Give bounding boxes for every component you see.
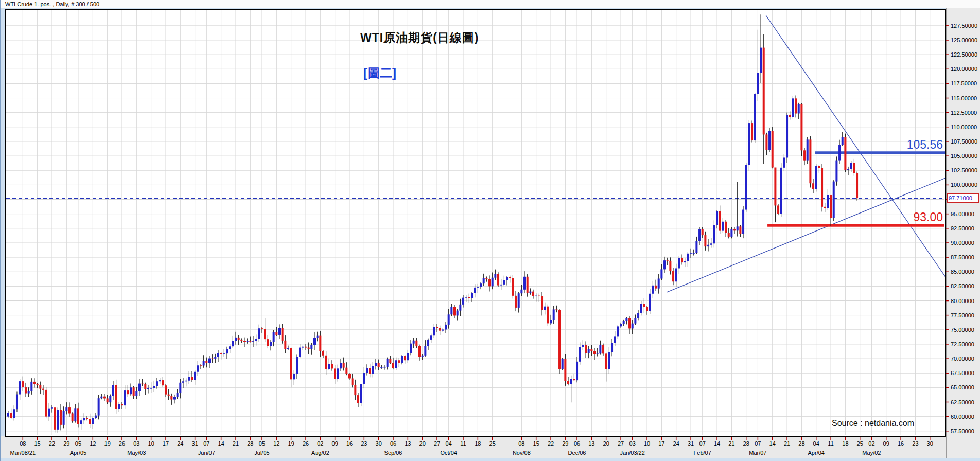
candle-up (474, 288, 476, 293)
candle-down (334, 368, 336, 379)
candle-up (471, 293, 473, 298)
candle-up (710, 243, 712, 244)
candle-up (660, 269, 662, 278)
candle-up (693, 253, 695, 254)
x-axis-week-label: 20 (603, 440, 609, 447)
x-axis-month-label: Apr/04 (808, 450, 825, 456)
candle-down (512, 278, 514, 296)
candle-down (249, 341, 251, 342)
candle-up (450, 307, 452, 315)
x-axis-week-label: 08 (20, 440, 26, 447)
candle-up (492, 278, 494, 287)
y-axis-price-label: 72.50000 (951, 341, 974, 347)
x-axis-week-label: 24 (673, 440, 679, 447)
trendline-ascending-support (667, 178, 946, 292)
candle-up (620, 324, 622, 327)
candle-up (360, 384, 362, 403)
candle-down (267, 339, 269, 346)
candle-up (550, 320, 552, 323)
y-axis-price-label: 117.50000 (951, 80, 977, 86)
x-axis-month-label: Sep/06 (384, 450, 402, 456)
candle-up (835, 161, 837, 182)
x-axis-week-label: 02 (868, 440, 874, 447)
candle-up (786, 115, 788, 158)
y-axis-price-label: 67.50000 (951, 370, 974, 376)
x-axis-month-label: Nov/08 (513, 450, 531, 456)
candle-up (299, 348, 301, 357)
candle-up (293, 374, 295, 379)
candle-up (95, 416, 97, 418)
candle-up (707, 245, 709, 246)
y-axis-price-label: 65.00000 (951, 384, 974, 391)
x-axis-week-label: 21 (728, 440, 734, 447)
candle-down (772, 131, 774, 167)
candle-up (807, 139, 809, 160)
x-axis-week-label: 28 (743, 440, 749, 447)
candle-up (173, 397, 176, 400)
candle-up (713, 225, 715, 243)
candle-down (681, 258, 683, 262)
candle-down (10, 413, 12, 418)
x-axis-week-label: 17 (163, 440, 169, 447)
y-axis-price-label: 125.00000 (951, 37, 977, 43)
candle-down (261, 328, 263, 329)
candle-up (366, 368, 368, 373)
y-axis-price-label: 110.00000 (951, 124, 977, 130)
x-axis-month-label: May/03 (127, 450, 146, 456)
candle-down (343, 363, 345, 368)
candle-up (147, 388, 149, 389)
candle-up (109, 396, 111, 402)
candle-up (424, 346, 426, 356)
candle-down (369, 368, 371, 374)
x-axis-week-label: 29 (562, 440, 568, 447)
candle-down (378, 363, 380, 367)
candle-down (558, 310, 561, 369)
candle-up (278, 328, 281, 335)
candle-up (768, 131, 771, 150)
y-axis-price-label: 100.00000 (951, 182, 977, 188)
candle-up (640, 304, 642, 313)
candle-up (625, 318, 627, 321)
candle-up (185, 381, 187, 382)
candle-down (322, 351, 324, 356)
y-axis-price-label: 57.50000 (951, 428, 974, 434)
x-axis-week-label: 23 (912, 440, 918, 447)
candle-up (310, 345, 312, 349)
x-axis-week-label: 17 (658, 440, 664, 447)
candle-up (159, 380, 161, 381)
candle-down (672, 271, 674, 282)
candle-up (576, 362, 578, 380)
x-axis-week-label: 20 (419, 440, 426, 447)
x-axis-month-label: Mar/07 (749, 450, 766, 456)
candle-down (765, 134, 767, 150)
candle-up (80, 420, 82, 424)
candle-up (798, 104, 800, 114)
candle-up (380, 367, 382, 368)
candle-down (127, 390, 129, 394)
candle-up (652, 286, 654, 294)
candle-up (544, 307, 546, 310)
candle-down (25, 387, 27, 394)
candle-up (684, 261, 686, 262)
candle-up (258, 328, 260, 339)
x-axis-week-label: 12 (273, 440, 279, 447)
candle-down (821, 168, 823, 207)
x-axis-week-label: 19 (104, 440, 111, 447)
candle-up (247, 341, 249, 342)
candle-up (28, 391, 30, 394)
candle-up (395, 360, 397, 368)
candle-up (562, 359, 564, 369)
candle-up (737, 226, 739, 230)
candle-down (389, 359, 391, 363)
x-axis-week-label: 25 (489, 440, 496, 447)
candle-down (453, 307, 456, 316)
candle-down (789, 115, 791, 117)
candle-up (182, 381, 184, 382)
y-axis-price-label: 62.50000 (951, 399, 974, 405)
x-axis-week-label: 27 (434, 440, 440, 447)
y-axis-price-label: 120.00000 (951, 66, 977, 72)
x-axis-week-label: 15 (34, 440, 41, 447)
candle-up (690, 253, 692, 254)
candle-down (22, 381, 24, 387)
candle-down (77, 408, 79, 424)
